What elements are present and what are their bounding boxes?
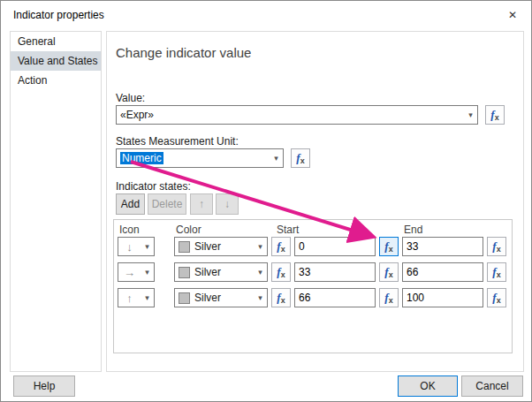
color-swatch [179, 292, 190, 304]
close-icon[interactable]: ✕ [505, 7, 521, 23]
end-value-input[interactable] [402, 237, 483, 256]
down-arrow-icon: ↓ [118, 240, 141, 254]
move-up-button: ↑ [190, 193, 213, 215]
color-select[interactable]: Silver ▾ [174, 237, 268, 256]
color-swatch [179, 241, 190, 253]
sidebar-item-general[interactable]: General [11, 32, 101, 51]
end-value-input[interactable] [402, 262, 483, 282]
color-expression-button[interactable]: fx [271, 288, 291, 307]
column-header-color: Color [176, 224, 201, 236]
icon-select[interactable]: ↓ ▾ [118, 237, 155, 256]
color-label: Silver [190, 266, 254, 278]
color-select[interactable]: Silver ▾ [174, 288, 268, 307]
page-title: Indicator properties [13, 9, 104, 21]
table-row: → ▾ Silver ▾ fx fx fx [1, 262, 531, 282]
fx-icon: f [296, 151, 300, 164]
fx-icon: f [492, 265, 496, 278]
chevron-down-icon: ▾ [254, 293, 267, 302]
states-label: Indicator states: [116, 180, 191, 193]
unit-expression-button[interactable]: fx [291, 148, 310, 168]
start-value-input[interactable] [294, 288, 376, 307]
indicator-properties-dialog: Indicator properties ✕ General Value and… [0, 0, 532, 402]
chevron-down-icon: ▾ [270, 154, 283, 163]
up-arrow-icon: ↑ [199, 198, 204, 210]
right-arrow-icon: → [118, 266, 141, 279]
color-expression-button[interactable]: fx [271, 262, 291, 282]
chevron-down-icon: ▾ [254, 268, 267, 277]
move-down-button: ↓ [216, 193, 239, 215]
color-expression-button[interactable]: fx [271, 237, 291, 256]
color-label: Silver [190, 240, 254, 253]
title-bar: Indicator properties ✕ [1, 1, 531, 27]
fx-icon: f [490, 108, 494, 121]
color-label: Silver [190, 292, 254, 304]
column-header-icon: Icon [119, 224, 140, 236]
fx-icon: f [492, 239, 496, 253]
end-value-input[interactable] [402, 288, 483, 307]
up-arrow-icon: ↑ [118, 292, 141, 305]
chevron-down-icon: ▾ [141, 242, 154, 251]
column-header-start: Start [277, 224, 299, 236]
unit-combobox[interactable]: Numeric ▾ [116, 148, 284, 168]
delete-state-button: Delete [148, 193, 186, 215]
add-state-button[interactable]: Add [116, 193, 145, 215]
panel-heading: Change indicator value [116, 45, 251, 60]
sidebar-item-action[interactable]: Action [11, 71, 101, 90]
value-combobox[interactable]: «Expr» ▾ [116, 105, 478, 125]
sidebar: General Value and States Action [10, 31, 102, 372]
end-expression-button[interactable]: fx [487, 288, 506, 307]
value-expression-button[interactable]: fx [485, 105, 505, 125]
end-expression-button[interactable]: fx [487, 237, 506, 256]
fx-icon: f [384, 265, 388, 278]
chevron-down-icon: ▾ [464, 110, 477, 119]
color-swatch [179, 267, 190, 278]
fx-icon: f [384, 291, 388, 304]
unit-label: States Measurement Unit: [116, 135, 239, 148]
fx-icon: f [277, 239, 280, 253]
start-expression-button[interactable]: fx [379, 262, 399, 282]
color-select[interactable]: Silver ▾ [174, 262, 268, 282]
fx-icon: f [492, 291, 496, 304]
table-row: ↑ ▾ Silver ▾ fx fx fx [1, 288, 531, 307]
icon-select[interactable]: → ▾ [118, 262, 155, 282]
column-header-end: End [404, 224, 422, 236]
down-arrow-icon: ↓ [224, 198, 230, 210]
chevron-down-icon: ▾ [254, 242, 267, 251]
sidebar-item-value-and-states[interactable]: Value and States [11, 51, 101, 71]
start-expression-button[interactable]: fx [379, 288, 399, 307]
fx-icon: f [384, 239, 388, 253]
unit-combobox-text: Numeric [120, 152, 163, 164]
help-button[interactable]: Help [13, 375, 75, 397]
fx-icon: f [277, 265, 280, 278]
cancel-button[interactable]: Cancel [461, 375, 523, 397]
start-value-input[interactable] [294, 237, 376, 256]
start-expression-button[interactable]: fx [379, 237, 399, 256]
icon-select[interactable]: ↑ ▾ [118, 288, 155, 307]
table-row: ↓ ▾ Silver ▾ fx fx fx [1, 237, 531, 256]
chevron-down-icon: ▾ [141, 268, 154, 277]
fx-icon: f [277, 291, 280, 304]
start-value-input[interactable] [294, 262, 376, 282]
ok-button[interactable]: OK [398, 375, 458, 397]
value-label: Value: [116, 92, 145, 104]
value-combobox-text: «Expr» [117, 109, 464, 121]
chevron-down-icon: ▾ [141, 293, 154, 302]
end-expression-button[interactable]: fx [487, 262, 506, 282]
